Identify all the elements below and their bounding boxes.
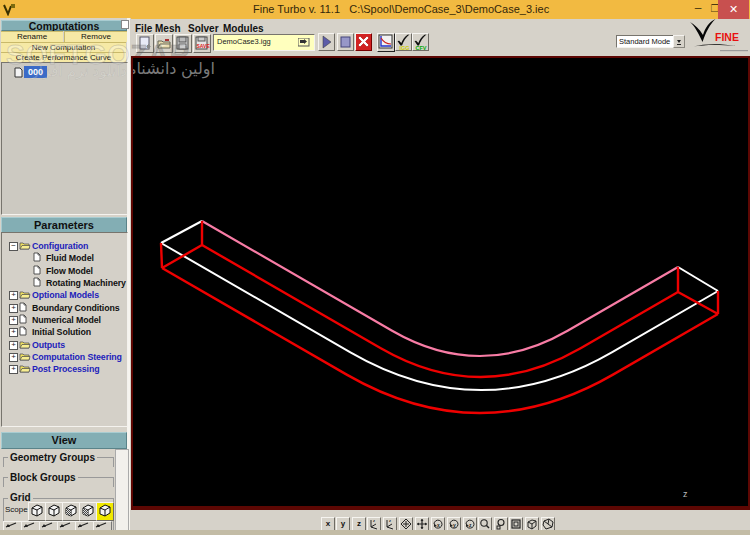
svg-text:z: z: [389, 518, 391, 523]
svg-text:FINE: FINE: [715, 31, 739, 43]
svg-text:z: z: [373, 518, 375, 523]
svg-text:x: x: [437, 522, 440, 528]
svg-text:CFV: CFV: [416, 45, 427, 51]
svg-text:z: z: [469, 522, 472, 528]
svg-text:y: y: [453, 522, 456, 528]
svg-text:IGG: IGG: [400, 45, 410, 51]
